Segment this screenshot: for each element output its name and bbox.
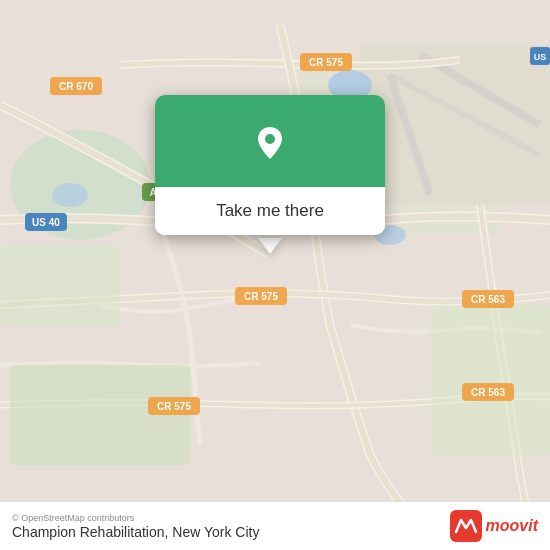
bottom-info: © OpenStreetMap contributors Champion Re…	[12, 513, 259, 540]
location-pin-icon	[244, 117, 296, 169]
svg-text:CR 563: CR 563	[471, 294, 505, 305]
moovit-text: moovit	[486, 517, 538, 535]
svg-text:US 40: US 40	[32, 217, 60, 228]
map-container: CR 670 CR 575 US ACE US 40 CR 575 CR 575…	[0, 0, 550, 550]
attribution-text: © OpenStreetMap contributors	[12, 513, 259, 523]
svg-text:CR 563: CR 563	[471, 387, 505, 398]
svg-point-10	[52, 183, 88, 207]
moovit-logo: moovit	[450, 510, 538, 542]
popup-card: Take me there	[155, 95, 385, 235]
svg-point-33	[265, 134, 275, 144]
moovit-icon	[450, 510, 482, 542]
map-background: CR 670 CR 575 US ACE US 40 CR 575 CR 575…	[0, 0, 550, 550]
svg-text:CR 575: CR 575	[157, 401, 191, 412]
popup-pointer	[258, 238, 282, 254]
bottom-bar: © OpenStreetMap contributors Champion Re…	[0, 501, 550, 550]
svg-rect-13	[430, 305, 550, 455]
svg-text:CR 670: CR 670	[59, 81, 93, 92]
svg-text:US: US	[534, 52, 547, 62]
svg-text:CR 575: CR 575	[309, 57, 343, 68]
svg-rect-11	[0, 245, 120, 325]
take-me-there-button[interactable]: Take me there	[155, 187, 385, 235]
location-label: Champion Rehabilitation, New York City	[12, 524, 259, 540]
popup-header	[155, 95, 385, 187]
svg-text:CR 575: CR 575	[244, 291, 278, 302]
